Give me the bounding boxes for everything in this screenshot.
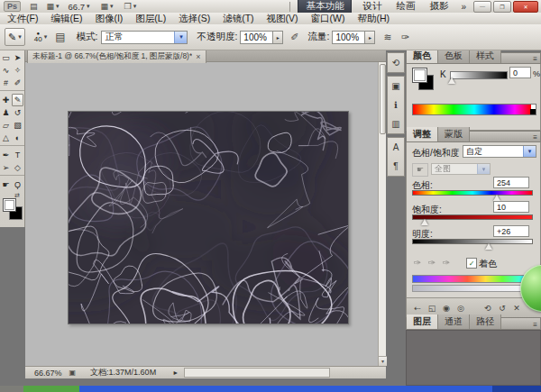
eyedropper-set-icon[interactable]: ✑ <box>414 258 421 268</box>
blur-tool[interactable]: △ <box>0 132 12 144</box>
menu-view[interactable]: 视图(V) <box>261 13 305 25</box>
lightness-value-input[interactable]: +26 <box>493 225 529 237</box>
clip-to-layer-icon[interactable]: ◉ <box>439 302 454 315</box>
expanded-view-icon[interactable]: ◱ <box>425 302 439 315</box>
blend-mode-select[interactable]: 正常 ▾ <box>101 31 188 44</box>
minimize-button[interactable]: — <box>473 1 491 13</box>
toggle-brush-panel-icon[interactable]: ▤ <box>55 32 65 42</box>
taskbar-tray[interactable] <box>492 386 541 392</box>
dodge-tool[interactable]: ◐ <box>12 132 23 144</box>
lasso-tool[interactable]: ∿ <box>0 64 12 77</box>
eyedropper-subtract-icon[interactable]: ✑ <box>443 258 450 268</box>
colorize-checkbox[interactable]: ✓ <box>466 258 477 269</box>
screen-mode-icon[interactable]: ❒ <box>124 3 132 11</box>
arrange-documents-arrow-icon[interactable]: ▾ <box>110 3 114 10</box>
k-value-input[interactable]: 0 <box>509 67 531 78</box>
menu-file[interactable]: 文件(F) <box>1 13 44 25</box>
color-panel-menu-icon[interactable]: ≡ <box>533 55 540 63</box>
eyedropper-add-icon[interactable]: ✑ <box>428 258 436 268</box>
toggle-visibility-icon[interactable]: ◎ <box>454 302 468 315</box>
return-to-adjustment-list-icon[interactable]: ⇠ <box>410 302 425 315</box>
color-panel-fg-swatch[interactable] <box>412 68 427 83</box>
saturation-value-input[interactable]: 10 <box>493 201 529 213</box>
path-selection-tool[interactable]: ➢ <box>0 161 12 174</box>
tab-adjustments[interactable]: 调整 <box>407 127 438 141</box>
tab-masks[interactable]: 蒙版 <box>438 127 470 141</box>
reset-adjustment-icon[interactable]: ↺ <box>495 302 509 315</box>
tab-swatches[interactable]: 色板 <box>438 49 470 63</box>
crop-tool[interactable]: # <box>0 77 12 89</box>
history-brush-tool[interactable]: ↺ <box>12 106 23 119</box>
move-tool[interactable]: ➤ <box>12 51 23 64</box>
view-extras-icon[interactable]: ▦ <box>47 3 55 11</box>
flow-spinner-icon[interactable]: ▸ <box>365 31 375 44</box>
launch-bridge-icon[interactable]: ▤ <box>30 3 38 11</box>
paragraph-panel-icon[interactable]: ¶ <box>388 157 404 176</box>
vertical-scrollbar[interactable]: ▾ <box>378 62 386 366</box>
tool-preset-picker[interactable]: ✎ ▾ <box>5 28 25 46</box>
flow-input[interactable]: 100% <box>332 31 365 44</box>
workspace-photography-button[interactable]: 摄影 <box>422 0 455 14</box>
restore-button[interactable]: ❐ <box>493 1 511 13</box>
brush-preset-picker[interactable]: ● 40 <box>34 31 42 43</box>
menu-edit[interactable]: 编辑(E) <box>44 13 88 25</box>
zoom-level-arrow-icon[interactable]: ▾ <box>87 3 90 10</box>
k-slider-thumb[interactable] <box>448 77 455 84</box>
menu-window[interactable]: 窗口(W) <box>305 13 352 25</box>
menu-help[interactable]: 帮助(H) <box>352 13 397 25</box>
color-spectrum-bar[interactable] <box>412 104 536 115</box>
zoom-level-control[interactable]: 66.7 <box>69 2 86 12</box>
histogram-panel-icon[interactable]: ▥ <box>388 114 404 133</box>
info-panel-icon[interactable]: ℹ <box>388 96 404 114</box>
lightness-slider-thumb[interactable] <box>485 243 492 250</box>
lightness-slider[interactable] <box>412 239 533 244</box>
spot-healing-brush-tool[interactable]: ✚ <box>0 94 12 106</box>
history-panel-icon[interactable]: ⟲ <box>388 53 404 72</box>
hue-value-input[interactable]: 254 <box>493 177 529 188</box>
tab-color[interactable]: 颜色 <box>407 49 438 63</box>
targeted-adjustment-icon[interactable]: ☛ <box>412 163 428 177</box>
status-doc-info[interactable]: 文档:1.37M/1.60M <box>90 367 156 378</box>
pen-tool[interactable]: ✒ <box>0 149 12 161</box>
menu-select[interactable]: 选择(S) <box>172 13 216 25</box>
tab-paths[interactable]: 路径 <box>470 315 501 329</box>
blend-mode-arrow-icon[interactable]: ▾ <box>174 32 187 43</box>
scrollbar-down-arrow-icon[interactable]: ▾ <box>379 356 387 366</box>
delete-adjustment-icon[interactable]: ✕ <box>509 302 524 315</box>
clone-source-panel-icon[interactable]: ▣ <box>388 77 404 96</box>
character-panel-icon[interactable]: A <box>388 138 404 157</box>
opacity-spinner-icon[interactable]: ▸ <box>273 31 283 44</box>
hue-slider[interactable] <box>412 190 533 196</box>
brush-tool[interactable]: ✎ <box>12 94 23 106</box>
layers-panel-menu-icon[interactable]: ≡ <box>533 321 540 329</box>
k-slider-ramp[interactable] <box>450 71 508 79</box>
taskbar-main[interactable] <box>79 386 492 392</box>
tab-channels[interactable]: 通道 <box>438 315 470 329</box>
eyedropper-tool[interactable]: ✐ <box>12 77 23 89</box>
document-tab[interactable]: 未标题-1 @ 66.7%(色相/饱和度 1, 图层蒙版/8)* × <box>27 50 206 63</box>
eraser-tool[interactable]: ▱ <box>0 119 12 132</box>
screen-mode-arrow-icon[interactable]: ▾ <box>133 3 137 10</box>
menu-image[interactable]: 图像(I) <box>88 13 129 25</box>
menu-layer[interactable]: 图层(L) <box>129 13 172 25</box>
tab-styles[interactable]: 样式 <box>470 49 501 63</box>
document-tab-close-icon[interactable]: × <box>196 52 200 61</box>
zoom-tool[interactable]: Ϙ <box>12 178 23 191</box>
scrollbar-thumb[interactable] <box>380 64 386 134</box>
opacity-input[interactable]: 100% <box>240 31 273 44</box>
shape-tool[interactable]: ◇ <box>12 161 23 174</box>
tab-layers[interactable]: 图层 <box>407 315 438 329</box>
hand-tool[interactable]: ☛ <box>0 178 12 191</box>
view-extras-arrow-icon[interactable]: ▾ <box>56 3 60 10</box>
workspace-overflow-button[interactable]: » <box>455 2 472 12</box>
quick-selection-tool[interactable]: ✧ <box>12 64 23 77</box>
airbrush-icon[interactable]: ≋ <box>383 32 391 42</box>
view-previous-state-icon[interactable]: ⟲ <box>481 302 495 315</box>
pressure-opacity-icon[interactable]: ✐ <box>290 32 298 42</box>
clone-stamp-tool[interactable]: ♟ <box>0 106 12 119</box>
status-flyout-arrow-icon[interactable]: ► <box>172 369 179 376</box>
tablet-pressure-icon[interactable]: ✑ <box>401 32 409 42</box>
type-tool[interactable]: T <box>12 149 23 161</box>
gradient-tool[interactable]: ▧ <box>12 119 23 132</box>
rectangular-marquee-tool[interactable]: ▭ <box>0 51 12 64</box>
